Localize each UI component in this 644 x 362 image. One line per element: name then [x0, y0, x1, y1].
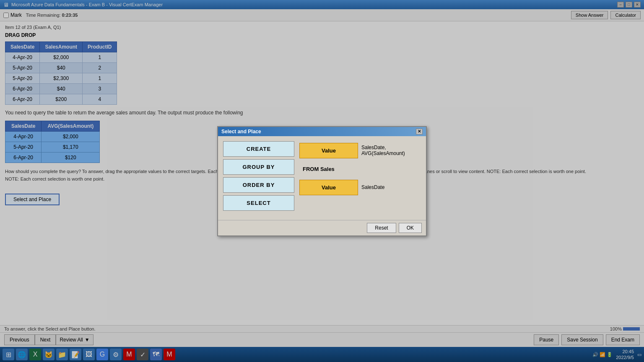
modal-reset-button[interactable]: Reset [367, 223, 396, 233]
modal-ok-button[interactable]: OK [399, 223, 422, 233]
sql-value-btn-1[interactable]: Value [299, 143, 358, 158]
sql-panel: Value SalesDate, AVG(SalesAmount) FROM S… [299, 141, 421, 215]
sql-value-btn-2[interactable]: Value [299, 180, 358, 195]
modal-footer: Reset OK [218, 220, 426, 235]
modal-titlebar: Select and Place ✕ [218, 127, 426, 136]
sql-row-1: Value SalesDate, AVG(SalesAmount) [299, 141, 421, 160]
modal-body: CREATE GROUP BY ORDER BY SELECT Value Sa… [218, 136, 426, 220]
sql-row-2: Value SalesDate [299, 178, 421, 197]
cmd-select-button[interactable]: SELECT [223, 195, 294, 211]
sql-row1-label: SalesDate, AVG(SalesAmount) [361, 145, 421, 156]
cmd-panel: CREATE GROUP BY ORDER BY SELECT [223, 141, 294, 215]
cmd-orderby-button[interactable]: ORDER BY [223, 177, 294, 193]
cmd-create-button[interactable]: CREATE [223, 141, 294, 157]
sql-from-row: FROM Sales [299, 163, 421, 176]
sql-row2-label: SalesDate [361, 184, 421, 190]
modal-overlay: Select and Place ✕ CREATE GROUP BY ORDER… [0, 0, 644, 362]
cmd-groupby-button[interactable]: GROUP BY [223, 159, 294, 175]
from-sales-label: FROM Sales [299, 164, 338, 174]
modal-close-button[interactable]: ✕ [416, 129, 423, 134]
select-place-modal: Select and Place ✕ CREATE GROUP BY ORDER… [217, 126, 427, 236]
modal-title: Select and Place [221, 129, 261, 134]
